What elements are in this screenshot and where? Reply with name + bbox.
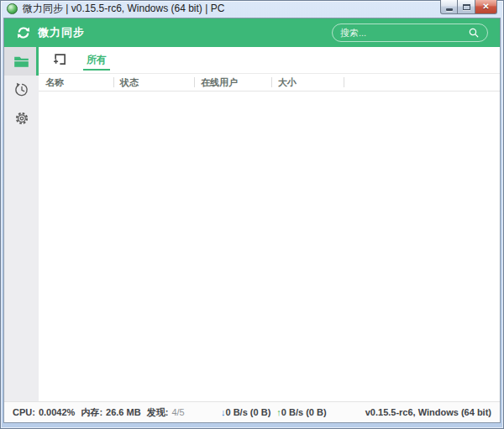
app-window: 微力同步 | v0.15.5-rc6, Windows (64 bit) | P…	[0, 0, 504, 429]
search-box[interactable]	[332, 24, 488, 42]
column-header-name[interactable]: 名称	[39, 74, 113, 91]
add-folder-icon	[50, 51, 68, 69]
statusbar: CPU:0.0042% 内存:26.6 MB 发现:4/5 ↓0 B/s (0 …	[4, 401, 500, 422]
column-divider	[344, 74, 344, 91]
toolbar: 所有	[39, 47, 500, 74]
app-name: 微力同步	[38, 25, 85, 40]
cpu-value: 0.0042%	[39, 407, 75, 417]
found-label: 发现:	[147, 407, 169, 417]
sidebar-item-folders[interactable]	[4, 47, 39, 76]
gear-icon	[13, 110, 30, 127]
cpu-label: CPU:	[13, 407, 35, 417]
tab-all[interactable]: 所有	[77, 47, 116, 74]
tab-all-label: 所有	[87, 53, 107, 67]
transfer-stats: ↓0 B/s (0 B) ↑0 B/s (0 B)	[221, 407, 327, 417]
column-header-online-users[interactable]: 在线用户	[194, 74, 271, 91]
sidebar-item-settings[interactable]	[4, 104, 39, 133]
window-controls: ✕	[440, 0, 497, 14]
memory-value: 26.6 MB	[106, 407, 141, 417]
system-stats: CPU:0.0042% 内存:26.6 MB 发现:4/5	[13, 406, 185, 419]
sidebar	[4, 47, 39, 401]
main-content: 所有 名称 状态 在线用户 大小	[39, 47, 500, 401]
folder-list-empty	[39, 92, 500, 401]
add-folder-button[interactable]	[48, 50, 70, 71]
app-surface: 微力同步	[3, 18, 501, 423]
found-value: 4/5	[171, 407, 184, 417]
titlebar[interactable]: 微力同步 | v0.15.5-rc6, Windows (64 bit) | P…	[0, 0, 504, 18]
app-header: 微力同步	[4, 18, 500, 47]
app-logo: 微力同步	[16, 25, 85, 40]
sidebar-item-history[interactable]	[4, 76, 39, 104]
window-title: 微力同步 | v0.15.5-rc6, Windows (64 bit) | P…	[23, 2, 224, 16]
close-button[interactable]: ✕	[475, 0, 497, 14]
memory-label: 内存:	[81, 407, 102, 417]
search-icon[interactable]	[468, 27, 480, 39]
maximize-button[interactable]	[458, 0, 475, 14]
app-body: 所有 名称 状态 在线用户 大小	[4, 47, 500, 401]
version-text: v0.15.5-rc6, Windows (64 bit)	[365, 407, 491, 417]
folder-icon	[13, 53, 30, 71]
sync-logo-icon	[16, 25, 31, 40]
search-input[interactable]	[340, 28, 468, 38]
column-header-status[interactable]: 状态	[113, 74, 194, 91]
column-header-size[interactable]: 大小	[271, 74, 344, 91]
app-taskbar-icon	[7, 3, 18, 14]
history-icon	[13, 81, 30, 98]
upload-speed: 0 B/s (0 B)	[281, 407, 327, 417]
minimize-button[interactable]	[440, 0, 458, 14]
table-header: 名称 状态 在线用户 大小	[39, 74, 500, 92]
maximize-icon	[463, 4, 470, 10]
minimize-icon	[446, 8, 453, 11]
download-speed: 0 B/s (0 B)	[226, 407, 271, 417]
close-icon: ✕	[482, 3, 489, 11]
